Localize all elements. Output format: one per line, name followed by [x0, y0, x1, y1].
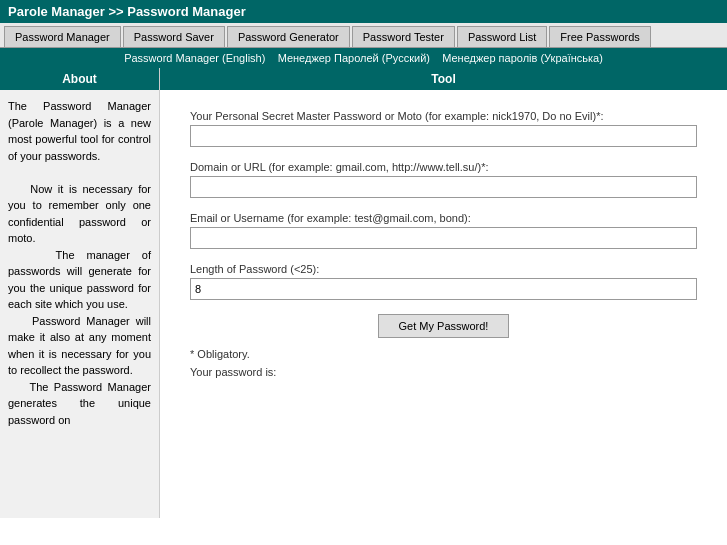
tool-header: Tool — [160, 68, 727, 90]
tab-free-passwords[interactable]: Free Passwords — [549, 26, 650, 47]
lang-russian[interactable]: Менеджер Паролей (Русский) — [278, 52, 430, 64]
tab-password-list[interactable]: Password List — [457, 26, 547, 47]
length-label: Length of Password (<25): — [190, 263, 697, 275]
sidebar: About The Password Manager (Parole Manag… — [0, 68, 160, 518]
tab-password-tester[interactable]: Password Tester — [352, 26, 455, 47]
language-bar: Password Manager (English) Менеджер Паро… — [0, 48, 727, 68]
breadcrumb: Parole Manager >> Password Manager — [0, 0, 727, 23]
sidebar-about-text: The Password Manager (Parole Manager) is… — [8, 98, 151, 428]
domain-label: Domain or URL (for example: gmail.com, h… — [190, 161, 697, 173]
tool-content: Your Personal Secret Master Password or … — [160, 90, 727, 398]
tab-password-saver[interactable]: Password Saver — [123, 26, 225, 47]
tab-password-generator[interactable]: Password Generator — [227, 26, 350, 47]
email-input[interactable] — [190, 227, 697, 249]
obligatory-note: * Obligatory. — [190, 348, 697, 360]
domain-group: Domain or URL (for example: gmail.com, h… — [190, 161, 697, 198]
master-password-input[interactable] — [190, 125, 697, 147]
master-password-group: Your Personal Secret Master Password or … — [190, 110, 697, 147]
get-password-button[interactable]: Get My Password! — [378, 314, 510, 338]
tool-area: Tool Your Personal Secret Master Passwor… — [160, 68, 727, 518]
main-layout: About The Password Manager (Parole Manag… — [0, 68, 727, 518]
length-group: Length of Password (<25): — [190, 263, 697, 300]
sidebar-title: About — [0, 68, 159, 90]
tab-navigation: Password Manager Password Saver Password… — [0, 23, 727, 48]
lang-ukrainian[interactable]: Менеджер паролів (Українська) — [442, 52, 603, 64]
domain-input[interactable] — [190, 176, 697, 198]
email-group: Email or Username (for example: test@gma… — [190, 212, 697, 249]
password-result-label: Your password is: — [190, 366, 697, 378]
length-input[interactable] — [190, 278, 697, 300]
tab-password-manager[interactable]: Password Manager — [4, 26, 121, 47]
master-password-label: Your Personal Secret Master Password or … — [190, 110, 697, 122]
lang-english[interactable]: Password Manager (English) — [124, 52, 265, 64]
email-label: Email or Username (for example: test@gma… — [190, 212, 697, 224]
